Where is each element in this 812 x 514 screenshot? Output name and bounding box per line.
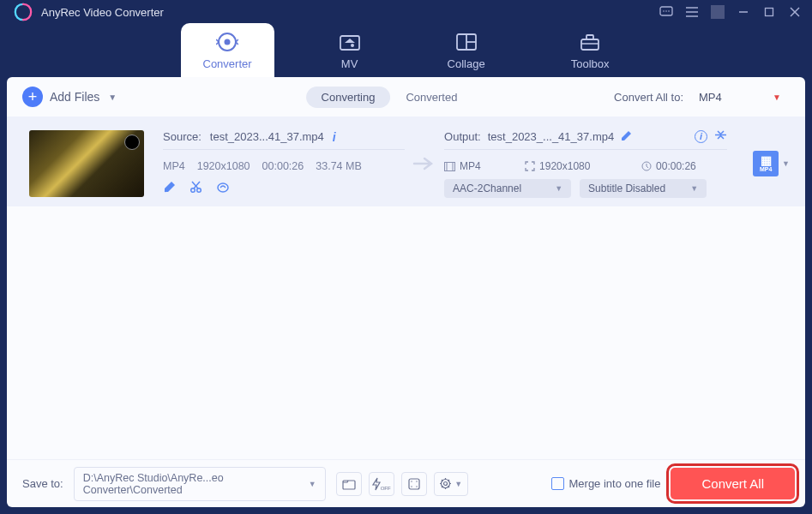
svg-point-2	[665, 10, 667, 12]
tab-converted[interactable]: Converted	[390, 87, 472, 108]
svg-point-40	[444, 482, 448, 486]
chevron-down-icon: ▼	[690, 184, 698, 193]
svg-point-22	[165, 189, 166, 191]
settings-button[interactable]: ▼	[434, 472, 468, 496]
svg-point-37	[411, 486, 412, 487]
info-icon[interactable]: i	[333, 130, 336, 144]
maximize-icon[interactable]	[762, 5, 776, 19]
tab-mv[interactable]: MV	[316, 23, 384, 77]
file-list: Source: test_2023...41_37.mp4 i MP4 1920…	[7, 117, 805, 459]
task-schedule-button[interactable]	[401, 472, 427, 496]
add-files-button[interactable]: + Add Files ▼	[22, 87, 117, 107]
source-filename: test_2023...41_37.mp4	[210, 130, 324, 143]
source-size: 33.74 MB	[316, 160, 362, 172]
svg-rect-19	[581, 39, 598, 50]
plus-icon: +	[22, 87, 43, 107]
source-duration: 00:00:26	[262, 160, 304, 172]
open-folder-button[interactable]	[336, 472, 362, 496]
close-icon[interactable]	[788, 5, 802, 19]
tab-toolbox[interactable]: Toolbox	[549, 23, 632, 77]
checkbox-icon	[551, 477, 564, 490]
toolbar: + Add Files ▼ Converting Converted Conve…	[7, 77, 805, 117]
enhance-icon[interactable]	[216, 181, 230, 197]
output-label: Output:	[444, 130, 481, 143]
merge-label: Merge into one file	[569, 477, 661, 490]
divider	[163, 149, 405, 150]
audio-select[interactable]: AAC-2Channel ▼	[444, 179, 571, 198]
output-format-button[interactable]: ▦ MP4 ▼	[753, 151, 790, 176]
divider	[711, 5, 725, 19]
video-thumbnail[interactable]	[29, 130, 144, 197]
svg-point-3	[668, 10, 670, 12]
source-block: Source: test_2023...41_37.mp4 i MP4 1920…	[144, 130, 405, 197]
svg-point-27	[218, 183, 228, 192]
tab-converting[interactable]: Converting	[306, 87, 391, 108]
chevron-down-icon: ▼	[108, 93, 117, 102]
out-format-cell: MP4	[444, 160, 520, 172]
hardware-accel-button[interactable]: OFF	[369, 472, 394, 496]
source-label: Source:	[163, 130, 201, 143]
convert-all-format-select[interactable]: MP4 ▼	[690, 87, 790, 107]
tab-converter[interactable]: Converter	[181, 23, 274, 77]
edit-icon[interactable]	[163, 181, 176, 197]
tab-label: Toolbox	[571, 57, 610, 70]
info-icon[interactable]: i	[695, 130, 707, 143]
merge-checkbox[interactable]: Merge into one file	[551, 477, 661, 490]
chevron-down-icon: ▼	[773, 93, 781, 102]
format-badge-icon: ▦ MP4	[753, 151, 779, 176]
compress-icon[interactable]	[714, 128, 727, 144]
svg-rect-20	[586, 35, 593, 39]
save-to-label: Save to:	[22, 477, 63, 490]
chevron-down-icon: ▼	[454, 480, 462, 488]
subtitle-select[interactable]: Subtitle Disabled ▼	[580, 179, 707, 198]
svg-rect-8	[766, 9, 773, 16]
footer: Save to: D:\AnyRec Studio\AnyRe...eo Con…	[7, 459, 805, 507]
arrow-icon	[410, 153, 439, 174]
titlebar: AnyRec Video Converter	[0, 0, 812, 24]
mv-icon	[338, 32, 362, 52]
out-duration-cell: 00:00:26	[641, 160, 722, 172]
tab-label: Converter	[203, 57, 252, 70]
rename-icon[interactable]	[621, 129, 632, 144]
main-tabs: Converter MV Collage Toolbox	[0, 24, 812, 77]
app-logo	[14, 3, 33, 21]
save-path-select[interactable]: D:\AnyRec Studio\AnyRe...eo Converter\Co…	[74, 467, 326, 501]
feedback-icon[interactable]	[659, 5, 673, 19]
chevron-down-icon: ▼	[309, 480, 316, 488]
svg-rect-34	[409, 479, 419, 489]
svg-point-15	[351, 44, 354, 47]
file-row: Source: test_2023...41_37.mp4 i MP4 1920…	[7, 117, 805, 206]
tab-label: MV	[341, 57, 358, 70]
svg-point-35	[411, 481, 412, 481]
source-format: MP4	[163, 160, 185, 172]
collage-icon	[454, 32, 478, 52]
svg-point-36	[416, 481, 417, 481]
svg-point-38	[416, 486, 417, 487]
out-resolution-cell: 1920x1080	[525, 160, 636, 172]
convert-all-button[interactable]: Convert All	[671, 468, 795, 499]
subtitle-value: Subtitle Disabled	[588, 182, 665, 194]
minimize-icon[interactable]	[737, 5, 750, 19]
converter-icon	[215, 32, 239, 52]
save-path-value: D:\AnyRec Studio\AnyRe...eo Converter\Co…	[83, 472, 309, 496]
tab-label: Collage	[448, 57, 485, 70]
chevron-down-icon: ▼	[782, 159, 790, 168]
menu-icon[interactable]	[685, 5, 699, 19]
format-value: MP4	[699, 91, 722, 104]
chevron-down-icon: ▼	[555, 184, 562, 193]
divider	[444, 149, 727, 150]
app-title: AnyRec Video Converter	[41, 6, 659, 19]
audio-value: AAC-2Channel	[453, 182, 521, 194]
cut-icon[interactable]	[189, 181, 202, 197]
svg-rect-29	[445, 162, 455, 170]
svg-marker-14	[345, 39, 355, 43]
workspace: + Add Files ▼ Converting Converted Conve…	[7, 77, 805, 507]
source-resolution: 1920x1080	[197, 160, 250, 172]
svg-point-1	[663, 10, 665, 12]
tab-collage[interactable]: Collage	[425, 23, 508, 77]
output-block: Output: test_2023_..._41_37.mp4 i MP4 19…	[444, 128, 727, 198]
toolbox-icon	[578, 32, 602, 52]
convert-all-to-label: Convert All to:	[614, 91, 683, 104]
output-filename: test_2023_..._41_37.mp4	[488, 130, 614, 143]
svg-point-12	[225, 39, 231, 45]
